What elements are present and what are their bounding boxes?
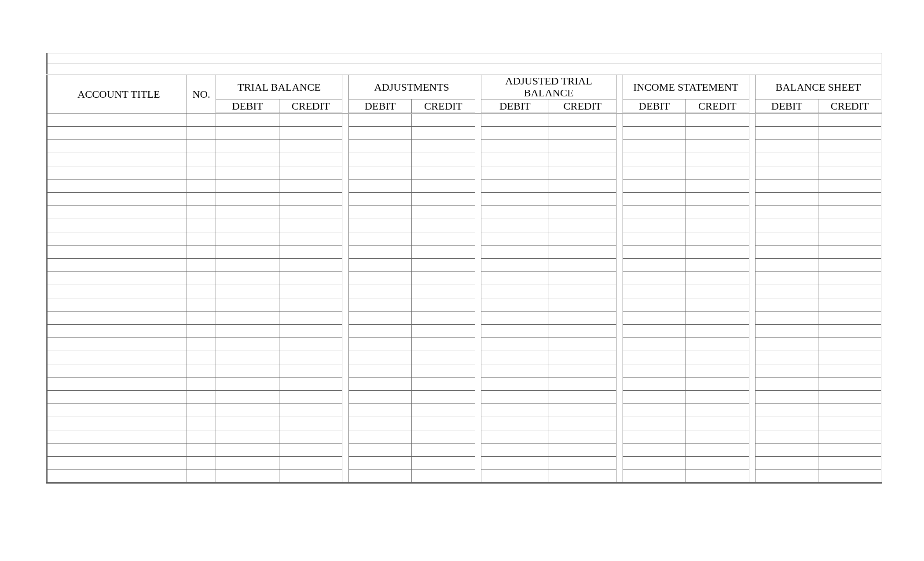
gap (342, 219, 348, 232)
bs-credit-cell (818, 404, 882, 417)
tb-credit-cell (279, 391, 342, 404)
gap-2 (475, 75, 481, 114)
bs-credit-cell (818, 272, 882, 285)
adj-credit-cell (412, 114, 475, 127)
atb-credit-cell (549, 193, 616, 206)
tb-debit-cell (216, 219, 279, 232)
atb-debit-cell (481, 298, 549, 312)
account-title-cell (47, 430, 187, 444)
gap (749, 114, 755, 127)
is-credit-cell (686, 272, 749, 285)
no-cell (187, 430, 216, 444)
adj-credit-cell (412, 232, 475, 246)
gap (475, 193, 481, 206)
atb-debit-cell (481, 180, 549, 193)
no-cell (187, 444, 216, 457)
tb-credit-cell (279, 457, 342, 470)
adj-debit-cell (348, 114, 411, 127)
account-title-cell (47, 325, 187, 338)
no-cell (187, 219, 216, 232)
gap (616, 193, 623, 206)
is-debit-cell (623, 285, 686, 298)
tb-debit-cell (216, 114, 279, 127)
gap (749, 312, 755, 325)
tb-debit-cell (216, 378, 279, 391)
tb-credit-cell (279, 272, 342, 285)
is-debit-cell (623, 364, 686, 378)
gap (475, 338, 481, 351)
adj-debit-cell (348, 272, 411, 285)
gap (749, 259, 755, 272)
is-debit-cell (623, 417, 686, 430)
gap (616, 404, 623, 417)
atb-credit-cell (549, 444, 616, 457)
is-debit-cell (623, 127, 686, 140)
account-title-cell (47, 272, 187, 285)
tb-debit-cell (216, 470, 279, 483)
atb-credit-cell (549, 298, 616, 312)
adj-credit-cell (412, 470, 475, 483)
account-title-cell (47, 457, 187, 470)
bs-credit-cell (818, 285, 882, 298)
gap (616, 246, 623, 259)
gap (475, 351, 481, 364)
gap (616, 378, 623, 391)
atb-credit-cell (549, 457, 616, 470)
adj-debit-cell (348, 457, 411, 470)
adj-credit-cell (412, 272, 475, 285)
bs-debit-cell (755, 206, 818, 219)
section-adjustments: ADJUSTMENTS (348, 75, 475, 99)
worksheet-table: ACCOUNT TITLE NO. TRIAL BALANCE ADJUSTME… (46, 53, 882, 484)
atb-credit-cell (549, 246, 616, 259)
no-cell (187, 378, 216, 391)
gap (342, 364, 348, 378)
bs-debit-cell (755, 470, 818, 483)
account-title-cell (47, 140, 187, 153)
tb-debit-cell (216, 338, 279, 351)
gap (342, 166, 348, 180)
is-debit-cell (623, 391, 686, 404)
gap (616, 351, 623, 364)
table-row (47, 127, 882, 140)
adj-debit-cell (348, 470, 411, 483)
no-cell (187, 457, 216, 470)
tb-credit-cell (279, 298, 342, 312)
no-cell (187, 404, 216, 417)
atb-debit-cell (481, 127, 549, 140)
bs-debit-cell (755, 180, 818, 193)
no-cell (187, 246, 216, 259)
atb-credit-cell (549, 378, 616, 391)
section-trial-balance: TRIAL BALANCE (216, 75, 342, 99)
tb-credit-cell (279, 127, 342, 140)
atb-debit-hdr: DEBIT (481, 99, 549, 114)
tb-debit-cell (216, 193, 279, 206)
atb-credit-cell (549, 140, 616, 153)
gap (616, 153, 623, 166)
adj-credit-cell (412, 246, 475, 259)
account-title-cell (47, 417, 187, 430)
atb-debit-cell (481, 166, 549, 180)
adj-debit-cell (348, 312, 411, 325)
gap (616, 232, 623, 246)
atb-debit-cell (481, 140, 549, 153)
bs-credit-cell (818, 193, 882, 206)
is-debit-cell (623, 430, 686, 444)
no-cell (187, 166, 216, 180)
bs-credit-cell (818, 219, 882, 232)
account-title-cell (47, 193, 187, 206)
table-row (47, 140, 882, 153)
adj-credit-cell (412, 364, 475, 378)
gap (342, 457, 348, 470)
gap (342, 417, 348, 430)
is-debit-cell (623, 457, 686, 470)
atb-credit-cell (549, 351, 616, 364)
bs-debit-cell (755, 430, 818, 444)
bs-debit-cell (755, 312, 818, 325)
is-debit-cell (623, 312, 686, 325)
bs-debit-cell (755, 325, 818, 338)
bs-credit-cell (818, 378, 882, 391)
bs-credit-cell (818, 180, 882, 193)
atb-credit-cell (549, 430, 616, 444)
is-credit-cell (686, 219, 749, 232)
table-row (47, 232, 882, 246)
